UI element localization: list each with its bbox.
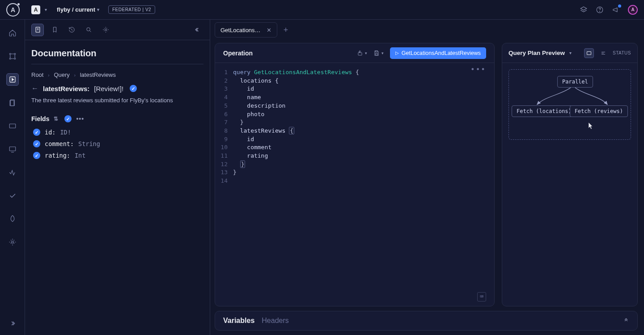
play-icon: ▷ (395, 50, 399, 55)
svg-rect-18 (587, 51, 591, 54)
plan-node-fetch-locations[interactable]: Fetch (locations) (512, 105, 576, 117)
field-item-type[interactable]: String (78, 140, 100, 147)
plan-view-text-icon[interactable] (598, 48, 608, 58)
tab-operation[interactable]: GetLocationsA… ✕ (215, 22, 277, 38)
announcements-icon[interactable] (612, 6, 620, 14)
field-list: ✓ id: ID! ✓ comment: String ✓ rating: In… (31, 129, 203, 159)
plan-view-chart-icon[interactable] (584, 48, 594, 58)
line-number: 7 (215, 118, 233, 127)
field-item-type[interactable]: ID! (60, 129, 71, 136)
schema-icon[interactable] (6, 50, 19, 63)
field-item-comment[interactable]: ✓ comment: String (31, 140, 203, 147)
settings-icon[interactable] (99, 24, 112, 36)
variables-tab[interactable]: Variables (223, 317, 254, 325)
line-number: 12 (215, 160, 233, 169)
check-icon[interactable]: ✓ (33, 129, 40, 136)
apollo-logo-letter: A (11, 6, 15, 13)
graph-selector[interactable]: flyby / current ▾ (57, 6, 99, 13)
expand-panel-icon[interactable] (623, 317, 629, 325)
cursor-icon (589, 122, 594, 131)
main-area: GetLocationsA… ✕ + Operation ▾ ▾ (210, 20, 644, 335)
plan-node-parallel[interactable]: Parallel (557, 76, 593, 88)
variables-panel: Variables Headers (215, 311, 638, 331)
code-line: name (233, 93, 261, 102)
plan-node-fetch-reviews[interactable]: Fetch (reviews) (570, 105, 628, 117)
svg-rect-17 (375, 53, 377, 55)
code-editor[interactable]: ••• 1query GetLocationsAndLatestReviews … (215, 63, 494, 306)
check-badge-icon[interactable]: ✓ (130, 85, 137, 92)
top-bar: A A ▾ flyby / current ▾ FEDERATED | V2 A (0, 0, 644, 20)
org-badge[interactable]: A (31, 5, 40, 14)
field-item-type[interactable]: Int (75, 152, 85, 159)
plan-graph[interactable]: Parallel Fetch (locations) Fetch (review… (508, 69, 631, 140)
clients-icon[interactable] (6, 120, 19, 132)
code-line: locations { (233, 77, 279, 85)
sort-icon[interactable]: ⇅ (54, 116, 58, 122)
svg-point-2 (9, 53, 11, 54)
more-icon[interactable]: ••• (76, 115, 84, 122)
expand-rail-icon[interactable] (6, 317, 19, 330)
avatar[interactable]: A (628, 5, 638, 15)
changelog-icon[interactable] (6, 96, 19, 109)
bookmark-icon[interactable] (48, 24, 61, 36)
field-heading: ← latestReviews: [Review!]! ✓ (31, 84, 203, 92)
line-number: 10 (215, 143, 233, 152)
check-icon[interactable]: ✓ (33, 152, 40, 159)
close-icon[interactable]: ✕ (267, 27, 271, 34)
launches-icon[interactable] (6, 213, 19, 225)
operations-icon[interactable] (6, 143, 19, 155)
line-number: 13 (215, 168, 233, 177)
keyboard-shortcut-icon[interactable]: ⌨ (477, 292, 486, 302)
share-icon[interactable]: ▾ (357, 50, 367, 56)
layers-icon[interactable] (580, 6, 588, 14)
field-item-rating[interactable]: ✓ rating: Int (31, 152, 203, 159)
code-token: GetLocationsAndLatestReviews (254, 69, 352, 75)
headers-tab[interactable]: Headers (262, 317, 288, 325)
svg-point-1 (600, 11, 600, 12)
home-icon[interactable] (6, 27, 19, 39)
code-token: query (233, 69, 250, 75)
select-all-icon[interactable]: ✓ (64, 115, 72, 122)
svg-rect-10 (9, 147, 16, 151)
code-line: photo (233, 110, 264, 119)
doc-tab-reference-icon[interactable] (31, 24, 44, 36)
crumb-root[interactable]: Root (31, 71, 43, 78)
editor-more-icon[interactable]: ••• (470, 66, 486, 74)
apollo-logo[interactable]: A (6, 3, 20, 17)
federated-badge: FEDERATED | V2 (108, 5, 155, 14)
field-item-id[interactable]: ✓ id: ID! (31, 129, 203, 136)
settings-icon[interactable] (6, 236, 19, 248)
chevron-down-icon[interactable]: ▾ (45, 7, 47, 12)
collapse-panel-icon[interactable] (191, 24, 203, 36)
svg-rect-16 (375, 50, 377, 52)
save-icon[interactable]: ▾ (373, 50, 384, 56)
run-button[interactable]: ▷ GetLocationsAndLatestReviews (390, 47, 486, 59)
line-number: 14 (215, 177, 233, 185)
insights-icon[interactable] (6, 166, 19, 179)
chevron-down-icon[interactable]: ▾ (569, 50, 572, 55)
federated-badge-label: FEDERATED | V2 (112, 7, 151, 12)
code-line: rating (233, 152, 268, 160)
doc-title: Documentation (31, 48, 203, 59)
crumb-field[interactable]: latestReviews (80, 71, 116, 78)
back-arrow-icon[interactable]: ← (31, 84, 38, 92)
code-line: id (233, 85, 254, 93)
code-line: description (233, 102, 285, 110)
plan-header: Query Plan Preview ▾ STATUS (502, 43, 637, 63)
search-icon[interactable] (82, 24, 95, 36)
code-line: } (233, 168, 237, 177)
code-line: comment (233, 143, 271, 152)
code-token: latestReviews (233, 127, 289, 134)
status-label[interactable]: STATUS (613, 50, 631, 55)
field-type[interactable]: [Review!]! (94, 85, 123, 92)
check-icon[interactable]: ✓ (33, 140, 40, 147)
nav-rail (0, 20, 25, 335)
crumb-query[interactable]: Query (54, 71, 69, 78)
help-icon[interactable] (596, 6, 604, 14)
plan-node-label: Fetch (locations) (517, 108, 572, 114)
add-tab-button[interactable]: + (279, 25, 292, 35)
chevron-down-icon: ▾ (97, 7, 99, 12)
history-icon[interactable] (65, 24, 78, 36)
explorer-icon[interactable] (6, 73, 19, 86)
checks-icon[interactable] (6, 189, 19, 202)
